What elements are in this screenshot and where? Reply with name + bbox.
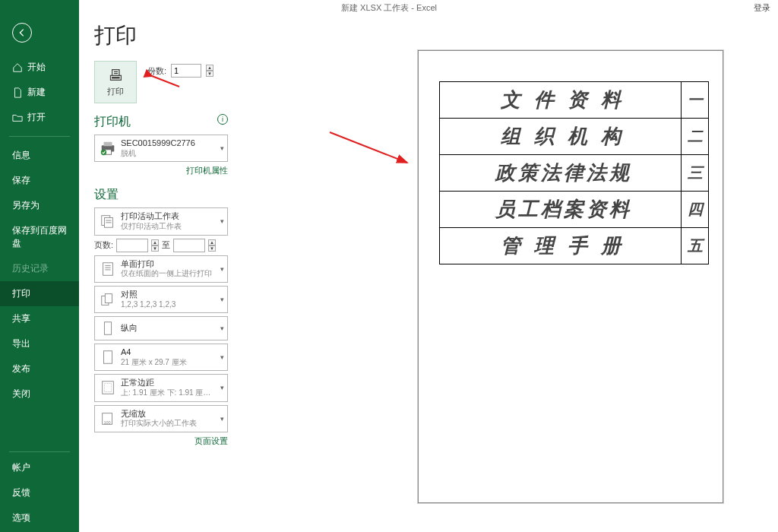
printer-section-title: 打印机 i <box>94 114 228 130</box>
row-number: 二 <box>682 119 709 155</box>
annotation-arrow-2 <box>327 129 410 167</box>
nav-info[interactable]: 信息 <box>0 143 79 168</box>
nav-export[interactable]: 导出 <box>0 331 79 356</box>
table-row: 组织机构二 <box>440 119 709 155</box>
printer-status: 脱机 <box>121 149 195 159</box>
svg-line-20 <box>152 76 179 87</box>
row-label: 组织机构 <box>440 119 682 155</box>
page-to-input[interactable] <box>173 239 205 252</box>
row-label: 员工档案资料 <box>440 192 682 228</box>
collate-dropdown[interactable]: 对照 1,2,3 1,2,3 1,2,3 <box>94 286 228 313</box>
scaling-dropdown[interactable]: 100 无缩放 打印实际大小的工作表 <box>94 405 228 432</box>
folder-open-icon <box>12 112 23 123</box>
title-bar: 新建 XLSX 工作表 - Excel 登录 <box>0 0 778 15</box>
row-label: 文件资料 <box>440 82 682 119</box>
nav-saveas[interactable]: 另存为 <box>0 193 79 218</box>
printer-properties-link[interactable]: 打印机属性 <box>94 165 228 176</box>
nav-separator <box>9 136 70 137</box>
row-number: 三 <box>682 155 709 192</box>
svg-rect-8 <box>103 262 113 275</box>
print-scope-dropdown[interactable]: 打印活动工作表 仅打印活动工作表 <box>94 207 228 235</box>
nav-home[interactable]: 开始 <box>0 55 79 80</box>
nav-close[interactable]: 关闭 <box>0 382 79 407</box>
printer-name: SEC0015999C2776 <box>121 138 195 149</box>
table-row: 管理手册五 <box>440 228 709 264</box>
nav-separator-bottom <box>9 451 70 452</box>
nav-options[interactable]: 选项 <box>0 505 79 530</box>
window-title: 新建 XLSX 工作表 - Excel <box>341 2 437 14</box>
nav-save[interactable]: 保存 <box>0 168 79 193</box>
nav-new[interactable]: 新建 <box>0 80 79 105</box>
back-button[interactable] <box>12 23 32 43</box>
print-panel: 打印 🖶 打印 份数: ▲▼ 打印机 i SEC0015999C2776 脱机 … <box>79 14 239 530</box>
nav-feedback[interactable]: 反馈 <box>0 480 79 505</box>
login-link[interactable]: 登录 <box>754 2 770 14</box>
printer-device-icon <box>100 140 116 157</box>
svg-rect-14 <box>104 322 111 335</box>
printer-dropdown[interactable]: SEC0015999C2776 脱机 <box>94 135 228 162</box>
nav-save-baidu[interactable]: 保存到百度网盘 <box>0 218 79 256</box>
svg-line-21 <box>330 132 407 163</box>
row-label: 政策法律法规 <box>440 155 682 192</box>
nav-open[interactable]: 打开 <box>0 105 79 130</box>
table-row: 员工档案资料四 <box>440 192 709 228</box>
paper-dropdown[interactable]: A4 21 厘米 x 29.7 厘米 <box>94 344 228 371</box>
nav-publish[interactable]: 发布 <box>0 356 79 382</box>
page-range: 页数: ▲▼ 至 ▲▼ <box>94 239 228 252</box>
printer-icon: 🖶 <box>108 68 123 83</box>
settings-section-title: 设置 <box>94 187 228 203</box>
margins-icon <box>100 379 116 396</box>
table-row: 政策法律法规三 <box>440 155 709 192</box>
print-button[interactable]: 🖶 打印 <box>94 61 137 103</box>
nav-account[interactable]: 帐户 <box>0 455 79 480</box>
copies-spinner[interactable]: ▲▼ <box>206 65 213 77</box>
scaling-icon: 100 <box>100 410 116 427</box>
annotation-arrow-1 <box>149 73 179 88</box>
page-from-input[interactable] <box>116 239 148 252</box>
orientation-dropdown[interactable]: 纵向 <box>94 316 228 340</box>
arrow-left-icon <box>17 27 27 38</box>
page-title: 打印 <box>94 21 228 50</box>
file-icon <box>12 87 23 98</box>
row-number: 五 <box>682 228 709 264</box>
paper-icon <box>100 349 116 366</box>
page-setup-link[interactable]: 页面设置 <box>94 435 228 447</box>
portrait-icon <box>100 320 116 337</box>
backstage-sidebar: 开始 新建 打开 信息 保存 另存为 保存到百度网盘 历史记录 打印 共享 导出… <box>0 0 79 532</box>
row-number: 四 <box>682 192 709 228</box>
svg-text:100: 100 <box>104 420 111 425</box>
row-number: 一 <box>682 82 709 119</box>
info-icon[interactable]: i <box>217 114 228 125</box>
row-label: 管理手册 <box>440 228 682 264</box>
svg-rect-13 <box>105 294 112 303</box>
print-preview: 文件资料一组织机构二政策法律法规三员工档案资料四管理手册五 <box>418 50 723 503</box>
single-side-icon <box>100 261 116 277</box>
svg-rect-15 <box>104 351 112 364</box>
page-from-spinner[interactable]: ▲▼ <box>151 239 159 252</box>
nav-print[interactable]: 打印 <box>0 281 79 306</box>
svg-rect-1 <box>104 142 112 147</box>
home-icon <box>12 62 23 73</box>
margins-dropdown[interactable]: 正常边距 上: 1.91 厘米 下: 1.91 厘… <box>94 374 228 401</box>
nav-share[interactable]: 共享 <box>0 306 79 331</box>
table-row: 文件资料一 <box>440 82 709 119</box>
sides-dropdown[interactable]: 单面打印 仅在纸面的一侧上进行打印 <box>94 255 228 283</box>
sheets-icon <box>100 213 116 230</box>
preview-table: 文件资料一组织机构二政策法律法规三员工档案资料四管理手册五 <box>439 81 709 264</box>
collate-icon <box>100 291 116 308</box>
page-to-spinner[interactable]: ▲▼ <box>208 239 216 252</box>
nav-history: 历史记录 <box>0 256 79 281</box>
